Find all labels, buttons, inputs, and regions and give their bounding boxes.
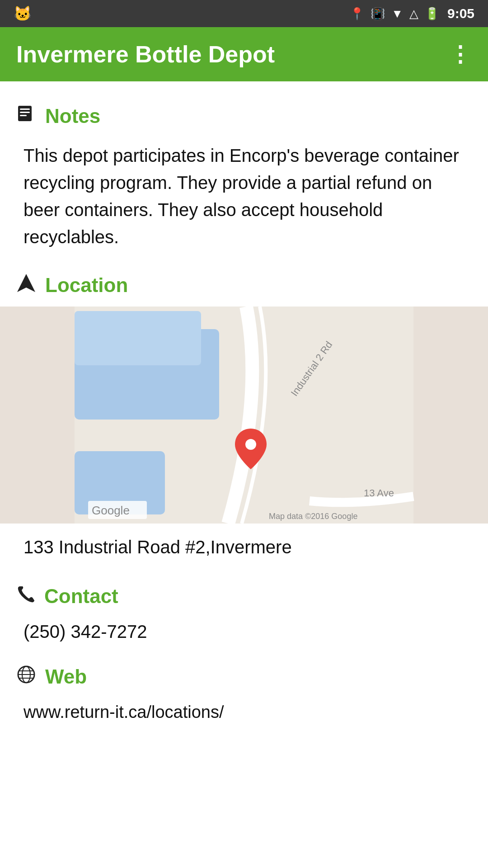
location-status-icon: 📍 (350, 7, 364, 21)
wifi-icon: ▼ (391, 7, 403, 21)
notes-body: This depot participates in Encorp's beve… (0, 137, 488, 264)
contact-section: Contact (250) 342-7272 (0, 571, 488, 656)
cat-icon: 🐱 (14, 5, 32, 22)
overflow-menu-button[interactable]: ⋮ (449, 42, 472, 67)
map-container[interactable]: Industrial 2 Rd 13 Ave Google Map data ©… (0, 307, 488, 524)
notes-icon (16, 104, 36, 128)
svg-rect-3 (20, 115, 27, 116)
vibrate-icon: 📳 (371, 7, 385, 21)
contact-section-header: Contact (0, 576, 488, 617)
web-section-header: Web (0, 656, 488, 698)
phone-icon (16, 585, 35, 608)
notes-section-header: Notes (0, 95, 488, 137)
address-text: 133 Industrial Road #2,Invermere (0, 524, 488, 571)
content-area: Notes This depot participates in Encorp'… (0, 81, 488, 745)
battery-icon: 🔋 (425, 7, 439, 21)
svg-rect-8 (75, 311, 201, 365)
notes-title: Notes (45, 105, 100, 127)
svg-rect-2 (20, 112, 30, 113)
globe-icon (16, 665, 36, 689)
status-time: 9:05 (447, 6, 474, 21)
svg-rect-1 (20, 108, 30, 110)
svg-rect-0 (18, 106, 32, 121)
status-bar: 🐱 📍 📳 ▼ △ 🔋 9:05 (0, 0, 488, 27)
location-nav-icon (16, 273, 36, 297)
signal-icon: △ (409, 7, 418, 21)
status-icons: 📍 📳 ▼ △ 🔋 (350, 7, 439, 21)
contact-title: Contact (44, 585, 118, 608)
phone-number[interactable]: (250) 342-7272 (0, 617, 488, 651)
app-bar-title: Invermere Bottle Depot (16, 41, 449, 68)
svg-text:Google: Google (92, 504, 130, 517)
svg-marker-5 (17, 274, 35, 292)
svg-text:Map data ©2016 Google: Map data ©2016 Google (269, 512, 357, 521)
app-bar: Invermere Bottle Depot ⋮ (0, 27, 488, 81)
web-url[interactable]: www.return-it.ca/locations/ (0, 698, 488, 731)
location-section-header: Location (0, 264, 488, 307)
svg-point-13 (245, 439, 256, 450)
svg-text:13 Ave: 13 Ave (364, 487, 394, 499)
location-title: Location (45, 274, 128, 297)
web-title: Web (45, 665, 87, 688)
